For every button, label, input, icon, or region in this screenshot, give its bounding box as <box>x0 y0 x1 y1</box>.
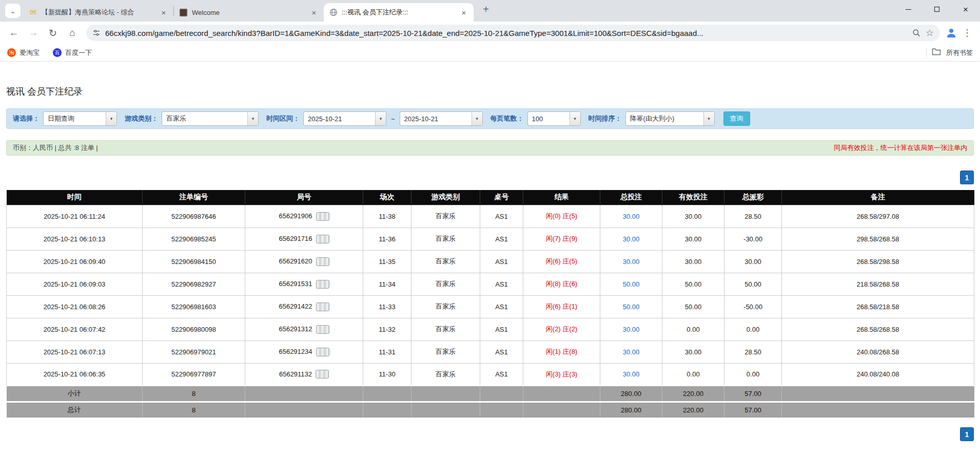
browser-tabstrip: ⌄ ✉ 【新提醒】海燕策略论坛 - 综合 × Welcome × :::视讯 会… <box>0 0 980 22</box>
zoom-icon[interactable] <box>912 29 921 37</box>
player-result: 闲(0) <box>546 212 561 220</box>
tab-close-icon[interactable]: × <box>459 8 468 17</box>
round-number: 656291234 <box>279 348 312 356</box>
column-header-time: 时间 <box>7 190 143 205</box>
cell-time: 2025-10-21 06:08:26 <box>7 295 143 318</box>
tab-close-icon[interactable]: × <box>309 8 319 17</box>
page-size-label: 每页笔数： <box>491 114 524 123</box>
round-result-image-icon[interactable] <box>316 325 329 334</box>
total-cell-round <box>245 402 363 418</box>
bookmark-star-icon[interactable]: ☆ <box>926 27 934 39</box>
total-bet-link[interactable]: 30.00 <box>623 326 640 333</box>
total-bet-link[interactable]: 30.00 <box>623 235 640 243</box>
column-header-valid-bet: 有效投注 <box>662 190 724 205</box>
chevron-down-icon[interactable]: ▾ <box>472 112 482 125</box>
sort-order-select[interactable]: 降幂(由大到小) ▾ <box>625 111 715 126</box>
cell-total-bet: 30.00 <box>600 250 662 273</box>
cell-time: 2025-10-21 06:10:13 <box>7 228 143 250</box>
total-bet-link[interactable]: 30.00 <box>623 213 640 220</box>
cell-session: 11-33 <box>363 295 411 318</box>
forward-button[interactable]: → <box>25 24 42 42</box>
round-result-image-icon[interactable] <box>316 370 329 379</box>
round-result-image-icon[interactable] <box>316 257 329 266</box>
bookmark-baidu[interactable]: 百 百度一下 <box>53 48 92 58</box>
url-bar[interactable]: 66cxkj98.com/game/betrecord_search/kind3… <box>86 25 940 41</box>
refresh-button[interactable]: ↻ <box>44 24 62 42</box>
url-text[interactable]: 66cxkj98.com/game/betrecord_search/kind3… <box>105 29 908 37</box>
round-result-image-icon[interactable] <box>316 348 329 356</box>
tab-close-icon[interactable]: × <box>159 8 168 17</box>
cell-note: 218.58/268.58 <box>782 273 974 295</box>
chevron-down-icon[interactable]: ▾ <box>703 112 714 125</box>
all-bookmarks-button[interactable]: 所有书签 <box>926 48 973 58</box>
banker-result: 庄(3) <box>562 370 577 378</box>
back-button[interactable]: ← <box>5 24 23 42</box>
round-result-image-icon[interactable] <box>316 235 329 243</box>
page-title: 视讯 会员下注纪录 <box>6 85 974 98</box>
player-result: 闲(1) <box>546 348 561 355</box>
chevron-down-icon[interactable]: ▾ <box>247 112 258 125</box>
column-header-result: 结果 <box>523 190 600 205</box>
search-button[interactable]: 查询 <box>723 111 750 126</box>
banker-result: 庄(2) <box>562 325 577 333</box>
menu-dots-icon[interactable]: ⋮ <box>959 27 975 39</box>
site-settings-icon[interactable] <box>92 29 101 37</box>
pagination-bottom: 1 <box>6 427 974 441</box>
cell-game-type: 百家乐 <box>411 228 480 250</box>
cell-note: 268.58/298.58 <box>782 250 974 273</box>
date-start-select[interactable]: 2025-10-21 ▾ <box>303 111 386 126</box>
page-1-button[interactable]: 1 <box>960 427 974 441</box>
total-bet-link[interactable]: 50.00 <box>623 280 640 288</box>
round-result-image-icon[interactable] <box>316 212 329 221</box>
bookmark-taobao[interactable]: 淘 爱淘宝 <box>7 48 40 58</box>
close-button[interactable]: × <box>951 0 980 18</box>
player-result: 闲(2) <box>546 325 561 333</box>
date-end-select[interactable]: 2025-10-21 ▾ <box>400 111 483 126</box>
all-bookmarks-label: 所有书签 <box>946 48 973 58</box>
bookmark-label: 百度一下 <box>65 48 92 58</box>
player-result: 闲(3) <box>546 370 561 378</box>
maximize-button[interactable] <box>923 0 951 18</box>
cell-session: 11-34 <box>363 273 411 295</box>
cell-session: 11-32 <box>363 318 411 340</box>
total-bet-link[interactable]: 30.00 <box>623 370 640 378</box>
column-header-game-type: 游戏类别 <box>411 190 480 205</box>
cell-table-no: AS1 <box>480 363 523 386</box>
column-header-bet-id: 注单编号 <box>143 190 245 205</box>
tab-welcome[interactable]: Welcome × <box>174 3 324 22</box>
valid-bet-note-text: 同局有效投注，统一计算在该局第一张注单内 <box>834 143 967 153</box>
chevron-down-icon[interactable]: ▾ <box>106 112 116 125</box>
chevron-down-icon[interactable]: ▾ <box>570 112 580 125</box>
round-result-image-icon[interactable] <box>316 302 329 311</box>
minimize-button[interactable] <box>894 0 923 18</box>
column-header-table-no: 桌号 <box>480 190 523 205</box>
tab-haiyan-forum[interactable]: ✉ 【新提醒】海燕策略论坛 - 综合 × <box>24 3 173 22</box>
cell-total-bet: 30.00 <box>600 363 662 386</box>
total-bet-link[interactable]: 50.00 <box>623 303 640 311</box>
round-number: 656291422 <box>279 303 312 311</box>
chevron-down-icon[interactable]: ▾ <box>375 112 386 125</box>
cell-payout: 28.50 <box>724 205 782 228</box>
total-bet-link[interactable]: 30.00 <box>623 348 640 356</box>
home-button[interactable]: ⌂ <box>64 24 81 42</box>
column-header-total-bet: 总投注 <box>600 190 662 205</box>
cell-total-bet: 30.00 <box>600 340 662 363</box>
game-type-select[interactable]: 百家乐 ▾ <box>162 111 259 126</box>
tab-search-button[interactable]: ⌄ <box>5 4 21 18</box>
profile-avatar-icon[interactable] <box>945 27 957 39</box>
total-cell-table-no <box>480 402 523 418</box>
subtotal-cell-payout: 57.00 <box>724 386 782 402</box>
cell-game-type: 百家乐 <box>411 250 480 273</box>
cell-total-bet: 50.00 <box>600 273 662 295</box>
subtotal-row: 小计8280.00220.0057.00 <box>7 386 974 402</box>
page-1-button[interactable]: 1 <box>960 171 974 184</box>
new-tab-button[interactable]: + <box>479 3 493 17</box>
subtotal-cell-valid-bet: 220.00 <box>662 386 724 402</box>
page-content: 视讯 会员下注纪录 请选择： 日期查询 ▾ 游戏类别： 百家乐 ▾ 时间区间： … <box>0 85 980 441</box>
total-bet-link[interactable]: 30.00 <box>623 258 640 266</box>
tab-bet-records[interactable]: :::视讯 会员下注纪录::: × <box>324 3 474 22</box>
query-type-select[interactable]: 日期查询 ▾ <box>43 111 117 126</box>
round-result-image-icon[interactable] <box>316 280 329 289</box>
cell-note: 298.58/268.58 <box>782 228 974 250</box>
page-size-select[interactable]: 100 ▾ <box>527 111 581 126</box>
